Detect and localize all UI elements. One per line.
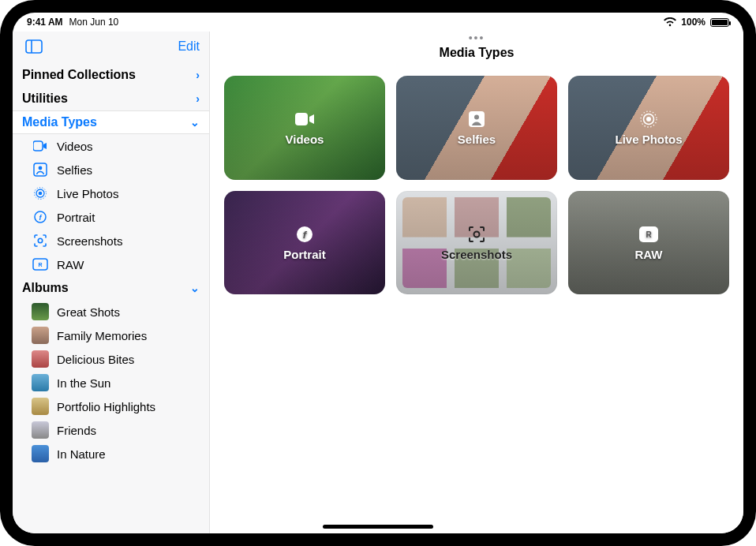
sidebar-item-label: Screenshots: [57, 234, 122, 248]
tile-label: Selfies: [458, 133, 496, 146]
svg-rect-0: [26, 40, 42, 53]
live-photos-icon: [638, 109, 659, 129]
sidebar-album-item[interactable]: In Nature: [13, 442, 209, 466]
sidebar-item-raw[interactable]: R RAW: [13, 252, 209, 276]
album-thumb: [32, 303, 49, 320]
tile-screenshots[interactable]: Screenshots: [396, 191, 557, 295]
page-title: Media Types: [440, 46, 515, 60]
sidebar: Edit Pinned Collections › Utilities › Me…: [13, 32, 210, 533]
sidebar-item-label: Friends: [57, 424, 96, 437]
svg-point-15: [474, 115, 479, 120]
album-thumb: [32, 327, 49, 344]
portrait-icon: f: [294, 224, 315, 245]
video-icon: [294, 109, 315, 129]
status-time: 9:41 AM: [27, 17, 63, 28]
sidebar-item-label: Live Photos: [57, 187, 118, 200]
sidebar-album-item[interactable]: Friends: [13, 418, 209, 442]
tile-label: Screenshots: [441, 248, 512, 261]
sidebar-section-label: Media Types: [22, 115, 97, 129]
sidebar-item-screenshots[interactable]: Screenshots: [13, 229, 209, 252]
album-thumb: [32, 350, 49, 368]
tile-raw[interactable]: R RAW: [568, 191, 729, 295]
selfies-icon: [32, 161, 49, 178]
raw-icon: R: [32, 256, 49, 273]
sidebar-section-pinned[interactable]: Pinned Collections ›: [13, 63, 209, 87]
svg-point-16: [646, 117, 651, 122]
chevron-right-icon: ›: [196, 69, 200, 81]
tile-label: Videos: [286, 133, 324, 146]
sidebar-section-media-types[interactable]: Media Types ⌄: [13, 110, 209, 134]
album-thumb: [32, 445, 49, 462]
sidebar-section-albums[interactable]: Albums ⌄: [13, 276, 209, 300]
sidebar-item-label: Family Memories: [57, 329, 147, 342]
sidebar-album-item[interactable]: Portfolio Highlights: [13, 395, 209, 418]
sidebar-item-label: In the Sun: [57, 376, 110, 390]
chevron-down-icon: ⌄: [190, 116, 200, 129]
live-photos-icon: [32, 185, 49, 202]
tile-selfies[interactable]: Selfies: [396, 76, 557, 180]
album-thumb: [32, 398, 49, 415]
sidebar-section-utilities[interactable]: Utilities ›: [13, 87, 209, 110]
status-bar: 9:41 AM Mon Jun 10 100%: [13, 13, 743, 32]
tile-label: Portrait: [283, 248, 325, 261]
sidebar-item-selfies[interactable]: Selfies: [13, 158, 209, 181]
sidebar-item-label: Videos: [57, 140, 93, 153]
chevron-right-icon: ›: [196, 92, 200, 105]
svg-text:f: f: [39, 214, 43, 222]
sidebar-item-label: Delicious Bites: [57, 353, 134, 366]
svg-text:R: R: [38, 262, 42, 267]
screenshots-icon: [466, 224, 487, 245]
tile-portrait[interactable]: f Portrait: [224, 191, 385, 295]
sidebar-item-label: Portrait: [57, 211, 95, 224]
portrait-icon: f: [32, 208, 49, 226]
sidebar-item-label: Portfolio Highlights: [57, 400, 155, 413]
album-thumb: [32, 374, 49, 391]
home-indicator[interactable]: [323, 525, 433, 529]
more-icon[interactable]: •••: [469, 32, 485, 44]
main-content: ••• Media Types Videos Selfies: [210, 32, 743, 533]
svg-point-4: [39, 166, 43, 170]
wifi-icon: [664, 17, 676, 27]
tile-label: RAW: [635, 248, 663, 261]
sidebar-section-label: Albums: [22, 281, 69, 295]
sidebar-album-item[interactable]: Great Shots: [13, 300, 209, 323]
screenshots-icon: [32, 232, 49, 249]
sidebar-item-live-photos[interactable]: Live Photos: [13, 181, 209, 205]
sidebar-album-item[interactable]: In the Sun: [13, 371, 209, 395]
battery-percent: 100%: [681, 17, 705, 28]
edit-button[interactable]: Edit: [178, 39, 200, 54]
sidebar-item-videos[interactable]: Videos: [13, 134, 209, 158]
sidebar-item-portrait[interactable]: f Portrait: [13, 205, 209, 229]
sidebar-item-label: Selfies: [57, 163, 92, 177]
svg-point-5: [39, 192, 43, 196]
battery-icon: [710, 18, 729, 27]
chevron-down-icon: ⌄: [190, 282, 200, 294]
sidebar-album-item[interactable]: Family Memories: [13, 323, 209, 347]
tile-live-photos[interactable]: Live Photos: [568, 76, 729, 180]
status-date: Mon Jun 10: [69, 17, 119, 28]
sidebar-album-item[interactable]: Delicious Bites: [13, 347, 209, 371]
sidebar-section-label: Pinned Collections: [22, 68, 136, 82]
svg-text:R: R: [646, 230, 652, 239]
video-icon: [32, 137, 49, 155]
raw-icon: R: [638, 224, 659, 245]
svg-point-21: [473, 231, 479, 237]
selfies-icon: [466, 109, 487, 129]
tile-videos[interactable]: Videos: [224, 76, 385, 180]
media-grid: Videos Selfies Live Photos: [210, 63, 743, 307]
album-thumb: [32, 421, 49, 439]
sidebar-section-label: Utilities: [22, 92, 68, 106]
sidebar-item-label: RAW: [57, 258, 84, 271]
sidebar-toggle-button[interactable]: [22, 36, 46, 57]
svg-point-10: [38, 238, 42, 242]
sidebar-item-label: Great Shots: [57, 305, 120, 319]
tile-label: Live Photos: [615, 133, 682, 146]
svg-rect-2: [33, 141, 43, 151]
sidebar-item-label: In Nature: [57, 447, 106, 461]
svg-rect-13: [295, 113, 308, 125]
